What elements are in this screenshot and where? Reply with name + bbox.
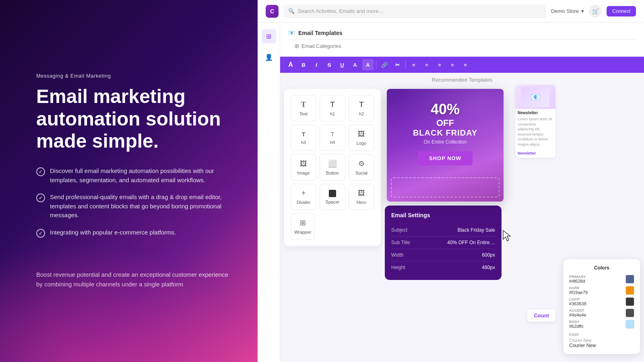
email-template-icon: 📧 — [288, 30, 295, 36]
connect-button[interactable]: Connect — [607, 6, 636, 16]
color-dark-meta: DARK #f19ae79 — [569, 286, 588, 295]
search-icon: 🔍 — [288, 8, 295, 14]
section-title: Email Templates — [298, 30, 342, 36]
element-h3[interactable]: T h3 — [291, 125, 316, 151]
element-spacer[interactable]: Spacer — [320, 184, 345, 210]
h1-element-icon: T — [330, 101, 335, 109]
element-social[interactable]: ⚙ Social — [349, 154, 374, 181]
toolbar-btn-strikethrough[interactable]: S — [324, 59, 335, 70]
spacer-element-icon — [329, 190, 336, 197]
main-heading: Email marketing automation solution made… — [36, 85, 233, 152]
wrapper-element-icon: ⊞ — [300, 218, 306, 227]
element-logo[interactable]: 🖼 Logo — [349, 125, 374, 151]
color-dark-swatch[interactable] — [625, 286, 634, 295]
color-body-swatch[interactable] — [625, 320, 634, 329]
toolbar-btn-align-center[interactable]: ≡ — [421, 59, 432, 70]
bottom-text: Boost revenue potential and create an ex… — [36, 270, 229, 289]
toolbar-btn-list-bullet[interactable]: ≡ — [447, 59, 458, 70]
hero-element-icon: 🖼 — [358, 189, 365, 197]
image-element-icon: 🖼 — [300, 160, 307, 168]
color-accent-swatch[interactable] — [625, 309, 634, 317]
chevron-down-icon: ▾ — [581, 8, 584, 14]
right-panel: C 🔍 Search Activities, Emails and more..… — [258, 0, 644, 362]
app-logo: C — [266, 5, 279, 18]
settings-title: Email Settings — [391, 212, 495, 218]
h4-element-icon: T — [331, 131, 334, 138]
left-sidebar-nav: ⊞ 👤 — [258, 23, 280, 362]
element-divider[interactable]: + Divider — [291, 184, 316, 210]
shop-now-button[interactable]: SHOP NOW — [418, 151, 473, 165]
toolbar-btn-italic[interactable]: I — [311, 59, 322, 70]
store-name: Demo Store — [551, 8, 579, 14]
color-primary: PRIMARY #4f628d — [569, 275, 634, 284]
formatting-toolbar: A B I S U A A 🔗 ✂ ≡ ≡ ≡ ≡ ≡ — [280, 57, 644, 73]
logo-element-icon: 🖼 — [358, 130, 365, 138]
element-picker: T Text T h1 T h2 T h3 — [284, 89, 381, 246]
nav-icon-grid[interactable]: ⊞ — [262, 29, 276, 43]
toolbar-btn-align-left[interactable]: ≡ — [408, 59, 419, 70]
element-hero[interactable]: 🖼 Hero — [349, 184, 374, 210]
left-panel: Messaging & Email Marketing Email market… — [0, 0, 258, 362]
newsletter-label: Newsletter — [515, 150, 555, 158]
nav-icon-users[interactable]: 👤 — [262, 50, 276, 64]
sub-nav-categories[interactable]: ⊞ Email Categories — [288, 40, 348, 52]
search-bar[interactable]: 🔍 Search Activities, Emails and more... — [283, 4, 546, 18]
color-accent: ACCENT #4e4e4e — [569, 309, 634, 317]
email-settings-panel: Email Settings Subject Black Friday Sale… — [385, 206, 502, 280]
newsletter-title: Newsletter — [515, 109, 555, 117]
color-body: BODY #b2dffc — [569, 320, 634, 329]
sub-nav: ⊞ Email Categories — [288, 39, 636, 52]
setting-height: Height 480px — [391, 261, 495, 274]
color-dark: DARK #f19ae79 — [569, 286, 634, 295]
h3-element-icon: T — [301, 131, 305, 138]
element-h1[interactable]: T h1 — [320, 95, 345, 121]
color-body-meta: BODY #b2dffc — [569, 320, 584, 329]
section-title-row: 📧 Email Templates — [288, 27, 636, 38]
newsletter-preview-image: 📧 — [515, 85, 555, 109]
setting-subject: Subject Black Friday Sale — [391, 224, 495, 237]
check-icon-2: ✓ — [36, 193, 45, 202]
element-h2[interactable]: T h2 — [349, 95, 374, 121]
email-canvas-container: 40% OFF BLACK FRIDAY On Entire Collectio… — [385, 85, 506, 362]
toolbar-btn-bg-color[interactable]: A — [362, 59, 374, 70]
email-canvas: 40% OFF BLACK FRIDAY On Entire Collectio… — [387, 89, 504, 202]
search-placeholder: Search Activities, Emails and more... — [298, 8, 383, 14]
top-bar-right: Demo Store ▾ 🛒 Connect — [551, 5, 636, 18]
text-element-icon: T — [301, 101, 306, 109]
toolbar-btn-A[interactable]: A — [285, 59, 296, 70]
top-bar: C 🔍 Search Activities, Emails and more..… — [258, 0, 644, 23]
color-light-swatch[interactable] — [625, 297, 634, 306]
feature-item-1: ✓ Discover full email marketing automati… — [36, 167, 233, 185]
setting-width: Width 600px — [391, 249, 495, 261]
toolbar-btn-list-numbered[interactable]: ≡ — [460, 59, 471, 70]
social-element-icon: ⚙ — [358, 159, 365, 168]
cart-icon[interactable]: 🛒 — [589, 5, 602, 18]
toolbar-btn-link[interactable]: 🔗 — [379, 59, 390, 70]
count-badge: Count — [527, 309, 555, 322]
colors-panel: Colors PRIMARY #4f628d DARK #f19ae79 — [564, 259, 640, 354]
h2-element-icon: T — [359, 101, 364, 109]
element-wrapper[interactable]: ⊞ Wrapper — [291, 213, 315, 240]
newsletter-text: Lorem ipsum dolor sit consectetur adipis… — [515, 117, 555, 150]
toolbar-btn-underline[interactable]: U — [336, 59, 348, 70]
email-drop-zone[interactable] — [391, 177, 500, 197]
toolbar-btn-font-color[interactable]: A — [349, 59, 361, 70]
button-element-icon: ⬜ — [328, 159, 337, 168]
demo-store[interactable]: Demo Store ▾ — [551, 8, 584, 14]
toolbar-btn-align-right[interactable]: ≡ — [434, 59, 445, 70]
element-grid: T Text T h1 T h2 T h3 — [291, 95, 374, 210]
element-image[interactable]: 🖼 Image — [291, 154, 316, 181]
check-icon-3: ✓ — [36, 229, 45, 238]
element-h4[interactable]: T h4 — [320, 125, 345, 151]
color-primary-swatch[interactable] — [625, 275, 634, 284]
toolbar-btn-scissors[interactable]: ✂ — [392, 59, 403, 70]
element-text[interactable]: T Text — [291, 95, 316, 121]
recommended-label: Recommended Templates — [280, 73, 644, 85]
toolbar-btn-bold[interactable]: B — [298, 59, 309, 70]
email-off-label: OFF — [395, 118, 495, 128]
preview-area: 40% OFF BLACK FRIDAY On Entire Collectio… — [385, 85, 644, 362]
element-button[interactable]: ⬜ Button — [320, 154, 345, 181]
toolbar-sep-2 — [405, 61, 406, 69]
workspace: T Text T h1 T h2 T h3 — [280, 85, 644, 362]
toolbar-sep-1 — [376, 61, 376, 69]
